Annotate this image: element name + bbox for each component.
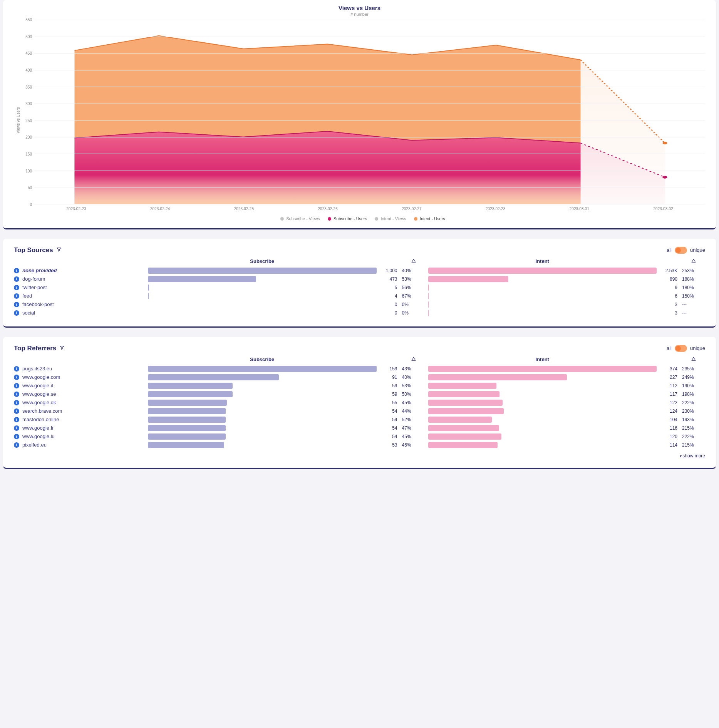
top-referrers-card: Top Referrers all unique Subscribe Inten… xyxy=(3,337,716,469)
col-intent: Intent xyxy=(428,356,657,362)
col-subscribe: Subscribe xyxy=(148,356,377,362)
row-name[interactable]: idog-forum xyxy=(14,276,145,282)
info-icon[interactable]: i xyxy=(14,276,19,282)
intent-value: 124 xyxy=(660,408,679,414)
sources-toggle[interactable]: all unique xyxy=(667,247,705,254)
chart-legend: Subscribe - ViewsSubscribe - UsersIntent… xyxy=(20,216,705,221)
top-sources-title-text: Top Sources xyxy=(14,246,53,254)
intent-bar xyxy=(428,391,657,397)
subscribe-pct: 45% xyxy=(402,400,425,405)
row-name[interactable]: inone provided xyxy=(14,268,145,273)
subscribe-value: 0 xyxy=(380,310,399,316)
referrers-table-header: Subscribe Intent xyxy=(14,356,705,365)
intent-pct: 190% xyxy=(682,383,705,388)
row-name[interactable]: iwww.google.dk xyxy=(14,400,145,405)
intent-bar xyxy=(428,400,657,406)
intent-value: 6 xyxy=(660,293,679,299)
filter-icon[interactable] xyxy=(56,246,62,254)
info-icon[interactable]: i xyxy=(14,417,19,422)
row-name[interactable]: iwww.google.se xyxy=(14,391,145,397)
info-icon[interactable]: i xyxy=(14,434,19,439)
row-name[interactable]: iwww.google.com xyxy=(14,374,145,380)
ytick: 50 xyxy=(28,186,32,190)
col-subscribe: Subscribe xyxy=(148,258,377,264)
ytick: 200 xyxy=(25,135,32,139)
subscribe-value: 54 xyxy=(380,417,399,422)
ytick: 300 xyxy=(25,102,32,106)
referrers-toggle[interactable]: all unique xyxy=(667,345,705,352)
intent-pct: 222% xyxy=(682,400,705,405)
row-name-text: www.google.se xyxy=(22,391,56,397)
subscribe-bar xyxy=(148,310,377,316)
row-name[interactable]: ifacebook-post xyxy=(14,301,145,307)
subscribe-value: 59 xyxy=(380,383,399,388)
row-name[interactable]: ifeed xyxy=(14,293,145,299)
toggle-track[interactable] xyxy=(675,345,687,352)
row-name[interactable]: ipugs.its23.eu xyxy=(14,366,145,372)
info-icon[interactable]: i xyxy=(14,310,19,316)
subscribe-value: 5 xyxy=(380,285,399,290)
row-name[interactable]: itwitter-post xyxy=(14,285,145,290)
row-name[interactable]: iwww.google.it xyxy=(14,383,145,388)
toggle-label-all: all xyxy=(667,247,672,253)
xtick: 2023-02-24 xyxy=(118,207,202,211)
info-icon[interactable]: i xyxy=(14,268,19,273)
row-name-text: social xyxy=(22,310,35,316)
table-row: iwww.google.fr5447%116215% xyxy=(14,424,705,432)
intent-pct: 235% xyxy=(682,366,705,372)
legend-item[interactable]: Intent - Users xyxy=(414,216,445,221)
delta-icon[interactable] xyxy=(682,258,705,264)
info-icon[interactable]: i xyxy=(14,392,19,397)
info-icon[interactable]: i xyxy=(14,293,19,299)
ytick: 350 xyxy=(25,85,32,89)
delta-icon[interactable] xyxy=(402,356,425,363)
xtick: 2023-02-23 xyxy=(34,207,118,211)
subscribe-bar xyxy=(148,391,377,397)
info-icon[interactable]: i xyxy=(14,302,19,307)
subscribe-bar xyxy=(148,442,377,448)
info-icon[interactable]: i xyxy=(14,366,19,372)
xtick: 2023-03-02 xyxy=(621,207,705,211)
sources-table-header: Subscribe Intent xyxy=(14,258,705,266)
subscribe-value: 1,000 xyxy=(380,268,399,273)
filter-icon[interactable] xyxy=(59,345,65,352)
legend-item[interactable]: Subscribe - Views xyxy=(280,216,320,221)
legend-item[interactable]: Subscribe - Users xyxy=(328,216,367,221)
chart-subtitle: # number xyxy=(14,12,705,17)
intent-pct: 215% xyxy=(682,425,705,431)
row-name-text: mastodon.online xyxy=(22,417,59,422)
table-row: ifeed467%6150% xyxy=(14,292,705,300)
row-name[interactable]: iwww.google.fr xyxy=(14,425,145,431)
legend-dot-icon xyxy=(328,217,331,221)
info-icon[interactable]: i xyxy=(14,408,19,414)
subscribe-bar xyxy=(148,400,377,406)
chart-plot-area[interactable]: 050100150200250300350400450500550 xyxy=(20,20,705,204)
info-icon[interactable]: i xyxy=(14,383,19,388)
info-icon[interactable]: i xyxy=(14,442,19,448)
legend-item[interactable]: Intent - Views xyxy=(375,216,406,221)
subscribe-bar xyxy=(148,301,377,308)
row-name[interactable]: isearch.brave.com xyxy=(14,408,145,414)
subscribe-pct: 46% xyxy=(402,442,425,448)
info-icon[interactable]: i xyxy=(14,285,19,290)
row-name-text: pixelfed.eu xyxy=(22,442,47,448)
intent-value: 890 xyxy=(660,276,679,282)
row-name[interactable]: isocial xyxy=(14,310,145,316)
toggle-track[interactable] xyxy=(675,247,687,254)
xtick: 2023-03-01 xyxy=(538,207,622,211)
delta-icon[interactable] xyxy=(682,356,705,363)
row-name[interactable]: ipixelfed.eu xyxy=(14,442,145,448)
show-more[interactable]: ▾show more xyxy=(14,453,705,459)
svg-point-1 xyxy=(662,176,667,179)
subscribe-pct: 53% xyxy=(402,276,425,282)
info-icon[interactable]: i xyxy=(14,375,19,380)
row-name[interactable]: imastodon.online xyxy=(14,417,145,422)
info-icon[interactable]: i xyxy=(14,425,19,431)
subscribe-pct: 44% xyxy=(402,408,425,414)
info-icon[interactable]: i xyxy=(14,400,19,405)
row-name[interactable]: iwww.google.lu xyxy=(14,433,145,439)
chart-title: Views vs Users xyxy=(14,5,705,11)
delta-icon[interactable] xyxy=(402,258,425,264)
toggle-label-unique: unique xyxy=(690,247,705,253)
subscribe-bar xyxy=(148,408,377,414)
